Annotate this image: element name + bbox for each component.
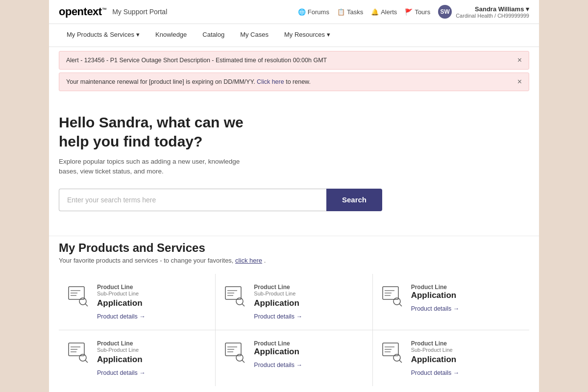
product-card-2: Product Line Sub-Product Line Applicatio… xyxy=(216,274,372,330)
portal-name: My Support Portal xyxy=(112,8,167,16)
product-info: Product Line Application Product details… xyxy=(254,340,364,368)
products-footer: View All Can't find what you're looking … xyxy=(59,386,529,392)
search-button[interactable]: Search xyxy=(326,189,382,211)
product-details-link[interactable]: Product details → xyxy=(97,313,207,320)
header-right: 🌐 Forums 📋 Tasks 🔔 Alerts 🚩 Tours SW San… xyxy=(298,5,529,19)
tasks-icon: 📋 xyxy=(337,8,345,16)
product-app: Application xyxy=(254,298,364,308)
header-left: opentext™ My Support Portal xyxy=(59,5,167,18)
hero-subtitle: Explore popular topics such as adding a … xyxy=(59,157,255,177)
change-favorites-link[interactable]: click here xyxy=(235,257,262,264)
product-info: Product Line Sub-Product Line Applicatio… xyxy=(411,340,521,376)
svg-line-29 xyxy=(242,360,245,363)
product-icon xyxy=(67,284,90,307)
product-app: Application xyxy=(411,291,521,300)
tours-label: Tours xyxy=(415,8,430,16)
product-card-3: Product Line Application Product details… xyxy=(373,274,529,330)
svg-point-22 xyxy=(79,354,86,361)
product-line: Product Line xyxy=(411,284,521,291)
alert-close-1[interactable]: × xyxy=(517,56,522,64)
product-details-link[interactable]: Product details → xyxy=(254,313,364,320)
nav-my-resources[interactable]: My Resources ▾ xyxy=(276,24,338,47)
product-info: Product Line Sub-Product Line Applicatio… xyxy=(254,284,364,320)
svg-line-35 xyxy=(399,360,402,363)
product-icon xyxy=(223,340,247,364)
globe-icon: 🌐 xyxy=(298,8,306,16)
products-grid: Product Line Sub-Product Line Applicatio… xyxy=(59,274,529,386)
svg-point-4 xyxy=(79,298,86,305)
hero-title: Hello Sandra, what can we help you find … xyxy=(59,113,265,151)
svg-point-10 xyxy=(236,298,243,305)
forums-label: Forums xyxy=(308,8,329,16)
product-app: Application xyxy=(254,347,364,357)
header: opentext™ My Support Portal 🌐 Forums 📋 T… xyxy=(49,0,539,24)
sub-product-line: Sub-Product Line xyxy=(411,347,521,353)
nav-my-products[interactable]: My Products & Services ▾ xyxy=(59,24,147,47)
sub-product-line: Sub-Product Line xyxy=(97,347,207,353)
user-org: Cardinal Health / CH99999999 xyxy=(456,13,529,19)
product-icon xyxy=(381,284,404,307)
search-input[interactable] xyxy=(59,189,326,211)
product-icon xyxy=(223,284,247,307)
nav-bar: My Products & Services ▾ Knowledge Catal… xyxy=(49,24,539,47)
svg-line-23 xyxy=(85,360,88,363)
svg-line-11 xyxy=(242,304,245,306)
product-card-1: Product Line Sub-Product Line Applicatio… xyxy=(59,274,215,330)
user-name: Sandra Williams ▾ xyxy=(475,5,529,13)
product-card-6: Product Line Sub-Product Line Applicatio… xyxy=(373,330,529,386)
tours-link[interactable]: 🚩 Tours xyxy=(405,8,430,16)
products-section-title: My Products and Services xyxy=(59,241,529,255)
product-details-link[interactable]: Product details → xyxy=(254,362,364,368)
product-icon xyxy=(381,340,404,364)
product-line: Product Line xyxy=(97,340,207,347)
avatar: SW xyxy=(438,5,452,19)
product-app: Application xyxy=(97,355,207,365)
product-info: Product Line Sub-Product Line Applicatio… xyxy=(97,284,207,320)
forums-link[interactable]: 🌐 Forums xyxy=(298,8,329,16)
nav-catalog[interactable]: Catalog xyxy=(195,24,232,47)
alert-banner-1: Alert - 123456 - P1 Service Outage Short… xyxy=(59,51,529,70)
product-info: Product Line Sub-Product Line Applicatio… xyxy=(97,340,207,376)
hero-section: Hello Sandra, what can we help you find … xyxy=(49,98,539,236)
page-wrapper: opentext™ My Support Portal 🌐 Forums 📋 T… xyxy=(49,0,539,392)
svg-point-16 xyxy=(393,298,400,305)
tasks-label: Tasks xyxy=(347,8,363,16)
svg-point-28 xyxy=(236,354,243,361)
product-line: Product Line xyxy=(411,340,521,347)
renewal-click-here[interactable]: Click here xyxy=(257,78,284,85)
search-row: Search xyxy=(59,189,382,211)
product-details-link[interactable]: Product details → xyxy=(411,305,521,312)
alerts-label: Alerts xyxy=(381,8,397,16)
alerts-section: Alert - 123456 - P1 Service Outage Short… xyxy=(49,47,539,98)
alert-text-1: Alert - 123456 - P1 Service Outage Short… xyxy=(66,57,327,64)
product-details-link[interactable]: Product details → xyxy=(97,369,207,376)
user-section[interactable]: SW Sandra Williams ▾ Cardinal Health / C… xyxy=(438,5,529,19)
nav-my-cases[interactable]: My Cases xyxy=(232,24,276,47)
alert-banner-2: Your maintenance renewal for [product li… xyxy=(59,73,529,91)
sub-product-line: Sub-Product Line xyxy=(97,291,207,296)
nav-knowledge[interactable]: Knowledge xyxy=(147,24,195,47)
product-line: Product Line xyxy=(254,340,364,347)
products-section-subtitle: Your favorite products and services - to… xyxy=(59,257,529,264)
product-card-4: Product Line Sub-Product Line Applicatio… xyxy=(59,330,215,386)
alert-close-2[interactable]: × xyxy=(517,78,522,86)
product-icon xyxy=(67,340,90,364)
alert-text-2: Your maintenance renewal for [product li… xyxy=(66,78,311,85)
flag-icon: 🚩 xyxy=(405,8,413,16)
product-info: Product Line Application Product details… xyxy=(411,284,521,312)
svg-line-5 xyxy=(85,304,88,306)
user-info: Sandra Williams ▾ Cardinal Health / CH99… xyxy=(456,5,529,19)
product-line: Product Line xyxy=(254,284,364,291)
product-details-link[interactable]: Product details → xyxy=(411,369,521,376)
sub-product-line: Sub-Product Line xyxy=(254,291,364,296)
alerts-link[interactable]: 🔔 Alerts xyxy=(371,8,397,16)
svg-point-34 xyxy=(393,354,400,361)
product-card-5: Product Line Application Product details… xyxy=(216,330,372,386)
product-app: Application xyxy=(411,355,521,365)
tasks-link[interactable]: 📋 Tasks xyxy=(337,8,363,16)
logo: opentext™ xyxy=(59,5,106,18)
products-section: My Products and Services Your favorite p… xyxy=(49,236,539,392)
svg-line-17 xyxy=(399,304,402,306)
product-line: Product Line xyxy=(97,284,207,291)
bell-icon: 🔔 xyxy=(371,8,379,16)
